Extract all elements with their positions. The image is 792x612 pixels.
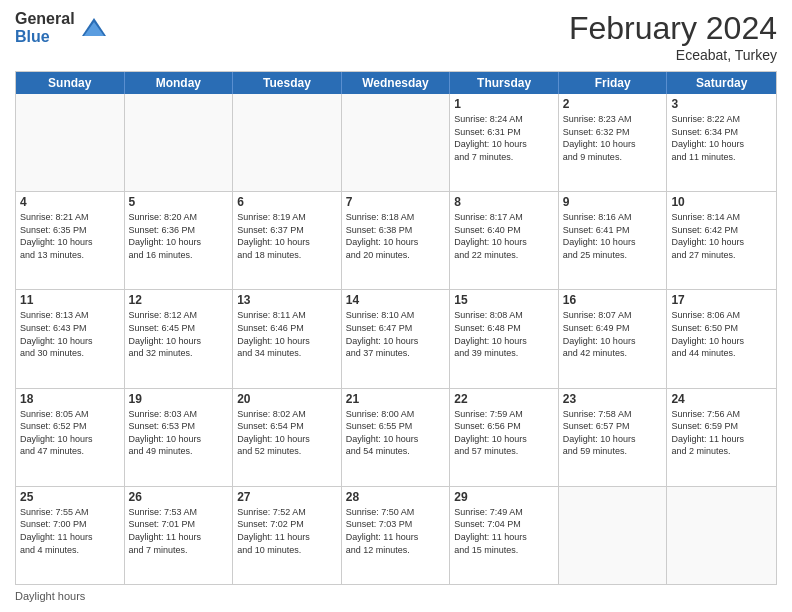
calendar-cell: 6Sunrise: 8:19 AM Sunset: 6:37 PM Daylig… [233,192,342,289]
calendar-header-cell: Friday [559,72,668,94]
cell-info: Sunrise: 8:18 AM Sunset: 6:38 PM Dayligh… [346,211,446,261]
calendar-cell: 18Sunrise: 8:05 AM Sunset: 6:52 PM Dayli… [16,389,125,486]
day-number: 1 [454,97,554,111]
day-number: 12 [129,293,229,307]
calendar-cell [233,94,342,191]
calendar-cell: 11Sunrise: 8:13 AM Sunset: 6:43 PM Dayli… [16,290,125,387]
month-title: February 2024 [569,10,777,47]
calendar-cell: 28Sunrise: 7:50 AM Sunset: 7:03 PM Dayli… [342,487,451,584]
calendar-cell: 5Sunrise: 8:20 AM Sunset: 6:36 PM Daylig… [125,192,234,289]
day-number: 19 [129,392,229,406]
day-number: 14 [346,293,446,307]
day-number: 22 [454,392,554,406]
cell-info: Sunrise: 7:55 AM Sunset: 7:00 PM Dayligh… [20,506,120,556]
calendar-cell: 9Sunrise: 8:16 AM Sunset: 6:41 PM Daylig… [559,192,668,289]
cell-info: Sunrise: 8:24 AM Sunset: 6:31 PM Dayligh… [454,113,554,163]
calendar-header-cell: Saturday [667,72,776,94]
logo-icon [80,14,108,42]
calendar-cell: 16Sunrise: 8:07 AM Sunset: 6:49 PM Dayli… [559,290,668,387]
calendar-row: 11Sunrise: 8:13 AM Sunset: 6:43 PM Dayli… [16,289,776,387]
day-number: 15 [454,293,554,307]
cell-info: Sunrise: 8:20 AM Sunset: 6:36 PM Dayligh… [129,211,229,261]
footer: Daylight hours [15,590,777,602]
day-number: 20 [237,392,337,406]
calendar-cell: 24Sunrise: 7:56 AM Sunset: 6:59 PM Dayli… [667,389,776,486]
calendar-cell: 13Sunrise: 8:11 AM Sunset: 6:46 PM Dayli… [233,290,342,387]
cell-info: Sunrise: 8:12 AM Sunset: 6:45 PM Dayligh… [129,309,229,359]
day-number: 29 [454,490,554,504]
cell-info: Sunrise: 8:03 AM Sunset: 6:53 PM Dayligh… [129,408,229,458]
calendar-cell: 15Sunrise: 8:08 AM Sunset: 6:48 PM Dayli… [450,290,559,387]
calendar-cell: 27Sunrise: 7:52 AM Sunset: 7:02 PM Dayli… [233,487,342,584]
logo: General Blue [15,10,108,45]
calendar-cell [559,487,668,584]
cell-info: Sunrise: 7:49 AM Sunset: 7:04 PM Dayligh… [454,506,554,556]
calendar-row: 25Sunrise: 7:55 AM Sunset: 7:00 PM Dayli… [16,486,776,584]
page: General Blue February 2024 Eceabat, Turk… [0,0,792,612]
day-number: 26 [129,490,229,504]
cell-info: Sunrise: 7:53 AM Sunset: 7:01 PM Dayligh… [129,506,229,556]
calendar-header: SundayMondayTuesdayWednesdayThursdayFrid… [16,72,776,94]
header: General Blue February 2024 Eceabat, Turk… [15,10,777,63]
cell-info: Sunrise: 8:22 AM Sunset: 6:34 PM Dayligh… [671,113,772,163]
day-number: 11 [20,293,120,307]
cell-info: Sunrise: 8:00 AM Sunset: 6:55 PM Dayligh… [346,408,446,458]
day-number: 2 [563,97,663,111]
logo-text: General Blue [15,10,75,45]
cell-info: Sunrise: 8:14 AM Sunset: 6:42 PM Dayligh… [671,211,772,261]
day-number: 21 [346,392,446,406]
calendar-cell: 1Sunrise: 8:24 AM Sunset: 6:31 PM Daylig… [450,94,559,191]
logo-general: General [15,10,75,28]
day-number: 6 [237,195,337,209]
cell-info: Sunrise: 8:10 AM Sunset: 6:47 PM Dayligh… [346,309,446,359]
calendar-header-cell: Monday [125,72,234,94]
cell-info: Sunrise: 7:56 AM Sunset: 6:59 PM Dayligh… [671,408,772,458]
cell-info: Sunrise: 8:08 AM Sunset: 6:48 PM Dayligh… [454,309,554,359]
cell-info: Sunrise: 8:06 AM Sunset: 6:50 PM Dayligh… [671,309,772,359]
cell-info: Sunrise: 8:13 AM Sunset: 6:43 PM Dayligh… [20,309,120,359]
calendar-cell: 25Sunrise: 7:55 AM Sunset: 7:00 PM Dayli… [16,487,125,584]
calendar-row: 1Sunrise: 8:24 AM Sunset: 6:31 PM Daylig… [16,94,776,191]
day-number: 9 [563,195,663,209]
calendar-header-cell: Sunday [16,72,125,94]
cell-info: Sunrise: 7:52 AM Sunset: 7:02 PM Dayligh… [237,506,337,556]
calendar-cell: 12Sunrise: 8:12 AM Sunset: 6:45 PM Dayli… [125,290,234,387]
day-number: 13 [237,293,337,307]
cell-info: Sunrise: 8:11 AM Sunset: 6:46 PM Dayligh… [237,309,337,359]
calendar-cell: 20Sunrise: 8:02 AM Sunset: 6:54 PM Dayli… [233,389,342,486]
day-number: 18 [20,392,120,406]
location: Eceabat, Turkey [569,47,777,63]
calendar-cell: 7Sunrise: 8:18 AM Sunset: 6:38 PM Daylig… [342,192,451,289]
calendar-cell: 10Sunrise: 8:14 AM Sunset: 6:42 PM Dayli… [667,192,776,289]
cell-info: Sunrise: 7:58 AM Sunset: 6:57 PM Dayligh… [563,408,663,458]
calendar-cell: 3Sunrise: 8:22 AM Sunset: 6:34 PM Daylig… [667,94,776,191]
cell-info: Sunrise: 8:17 AM Sunset: 6:40 PM Dayligh… [454,211,554,261]
calendar-header-cell: Tuesday [233,72,342,94]
calendar-cell: 14Sunrise: 8:10 AM Sunset: 6:47 PM Dayli… [342,290,451,387]
day-number: 8 [454,195,554,209]
calendar-cell [16,94,125,191]
calendar-cell [125,94,234,191]
calendar-row: 18Sunrise: 8:05 AM Sunset: 6:52 PM Dayli… [16,388,776,486]
calendar: SundayMondayTuesdayWednesdayThursdayFrid… [15,71,777,585]
day-number: 4 [20,195,120,209]
day-number: 7 [346,195,446,209]
cell-info: Sunrise: 8:21 AM Sunset: 6:35 PM Dayligh… [20,211,120,261]
calendar-cell: 29Sunrise: 7:49 AM Sunset: 7:04 PM Dayli… [450,487,559,584]
calendar-cell: 26Sunrise: 7:53 AM Sunset: 7:01 PM Dayli… [125,487,234,584]
calendar-cell: 2Sunrise: 8:23 AM Sunset: 6:32 PM Daylig… [559,94,668,191]
calendar-header-cell: Wednesday [342,72,451,94]
logo-blue: Blue [15,28,75,46]
cell-info: Sunrise: 8:19 AM Sunset: 6:37 PM Dayligh… [237,211,337,261]
footer-text: Daylight hours [15,590,85,602]
day-number: 17 [671,293,772,307]
day-number: 5 [129,195,229,209]
cell-info: Sunrise: 8:07 AM Sunset: 6:49 PM Dayligh… [563,309,663,359]
calendar-cell [667,487,776,584]
cell-info: Sunrise: 8:16 AM Sunset: 6:41 PM Dayligh… [563,211,663,261]
calendar-cell: 22Sunrise: 7:59 AM Sunset: 6:56 PM Dayli… [450,389,559,486]
calendar-cell: 23Sunrise: 7:58 AM Sunset: 6:57 PM Dayli… [559,389,668,486]
cell-info: Sunrise: 8:05 AM Sunset: 6:52 PM Dayligh… [20,408,120,458]
calendar-cell: 17Sunrise: 8:06 AM Sunset: 6:50 PM Dayli… [667,290,776,387]
calendar-row: 4Sunrise: 8:21 AM Sunset: 6:35 PM Daylig… [16,191,776,289]
